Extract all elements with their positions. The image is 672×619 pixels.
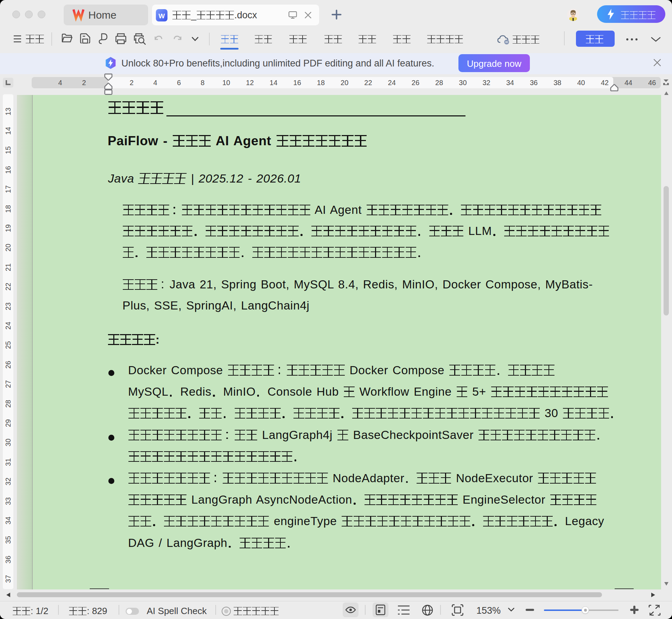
svg-text:W: W xyxy=(159,12,165,20)
